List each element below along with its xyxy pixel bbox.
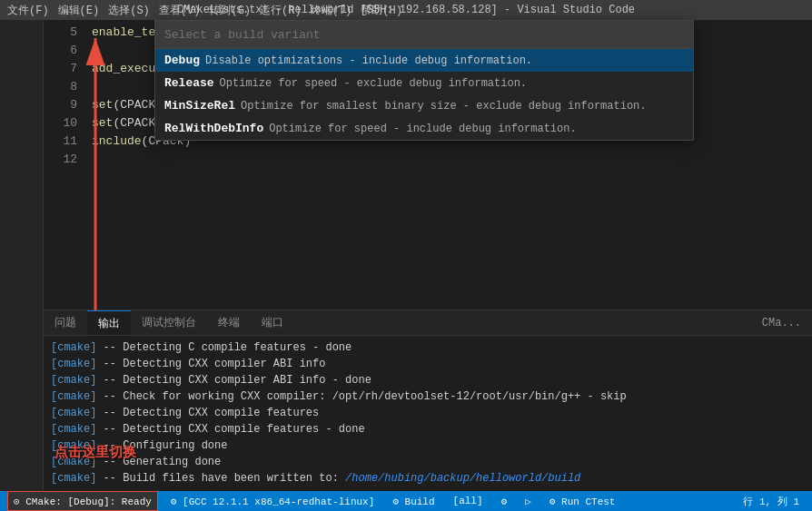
status-run-label: ▷ — [525, 496, 531, 507]
panel-tab-output[interactable]: 输出 — [87, 310, 131, 335]
variant-desc: Disable optimizations - include debug in… — [205, 54, 532, 67]
status-cmake[interactable]: ⊙ CMake: [Debug]: Ready — [7, 491, 158, 511]
dropdown-search-input[interactable] — [164, 28, 684, 42]
panel-tab-problems[interactable]: 问题 — [44, 310, 87, 335]
line-number: 8 — [44, 78, 77, 96]
status-line-col[interactable]: 行 1, 列 1 — [738, 495, 805, 508]
output-line: [cmake] -- Detecting CXX compiler ABI in… — [51, 356, 805, 372]
menu-view[interactable]: 查看(V) — [159, 3, 201, 18]
panel-tab-terminal[interactable]: 终端 — [207, 310, 251, 335]
menu-edit[interactable]: 编辑(E) — [58, 3, 100, 18]
left-sidebar — [0, 20, 44, 491]
dropdown-item-release[interactable]: ReleaseOptimize for speed - exclude debu… — [155, 72, 693, 94]
panel: 问题 输出 调试控制台 终端 端口 CMa... [cmake] -- Dete… — [44, 310, 812, 491]
output-line: [cmake] -- Check for working CXX compile… — [51, 388, 805, 405]
menu-terminal[interactable]: 终端(T) — [311, 3, 352, 18]
line-number: 7 — [44, 60, 77, 78]
output-line: [cmake] -- Build files have been written… — [51, 470, 805, 486]
menu-run[interactable]: 运行(R) — [260, 3, 302, 18]
variant-name: Release — [164, 76, 214, 90]
status-bar: ⊙ CMake: [Debug]: Ready ⚙ [GCC 12.1.1 x8… — [0, 491, 812, 511]
status-run-ctest-label: ⚙ Run CTest — [550, 496, 616, 507]
dropdown-search-bar[interactable] — [155, 21, 693, 49]
line-number: 5 — [44, 24, 77, 42]
dropdown-items-list[interactable]: DebugDisable optimizations - include deb… — [155, 49, 693, 140]
dropdown-item-minsizerel[interactable]: MinSizeRelOptimize for smallest binary s… — [155, 94, 693, 117]
status-cmake-label: ⊙ CMake: [Debug]: Ready — [14, 496, 152, 507]
output-line: [cmake] -- Generating done — [51, 454, 805, 470]
panel-tabs[interactable]: 问题 输出 调试控制台 终端 端口 CMa... — [44, 310, 812, 336]
menu-file[interactable]: 文件(F) — [7, 3, 49, 18]
line-number: 10 — [44, 114, 77, 133]
status-run[interactable]: ▷ — [520, 491, 537, 511]
panel-right-label[interactable]: CMa... — [751, 310, 812, 335]
status-all-label: [all] — [453, 496, 483, 506]
line-number: 11 — [44, 133, 77, 151]
panel-output-content: [cmake] -- Detecting C compile features … — [44, 336, 812, 491]
code-line — [92, 151, 805, 169]
status-settings-icon[interactable]: ⚙ — [496, 491, 513, 511]
status-all[interactable]: [all] — [448, 491, 489, 511]
variant-name: MinSizeRel — [164, 99, 235, 113]
menu-select[interactable]: 选择(S) — [108, 3, 150, 18]
output-line: [cmake] -- Detecting C compile features … — [51, 339, 805, 356]
output-line: [cmake] -- Detecting CXX compiler ABI in… — [51, 372, 805, 388]
dropdown-item-debug[interactable]: DebugDisable optimizations - include deb… — [155, 49, 693, 72]
line-number: 9 — [44, 96, 77, 114]
variant-desc: Optimize for smallest binary size - excl… — [241, 100, 646, 113]
status-run-ctest[interactable]: ⚙ Run CTest — [544, 491, 621, 511]
status-gcc[interactable]: ⚙ [GCC 12.1.1 x86_64-redhat-linux] — [165, 491, 380, 511]
output-line: [cmake] -- Detecting CXX compile feature… — [51, 421, 805, 437]
line-numbers: 56789101112 — [44, 20, 84, 310]
panel-tab-debug[interactable]: 调试控制台 — [131, 310, 207, 335]
menu-goto[interactable]: 转到(G) — [209, 3, 251, 18]
annotation-text: 点击这里切换 — [54, 444, 136, 461]
output-line: [cmake] -- Detecting CXX compile feature… — [51, 405, 805, 421]
output-line: [cmake] -- Configuring done — [51, 437, 805, 454]
status-right: 行 1, 列 1 — [738, 495, 805, 508]
menu-bar[interactable]: 文件(F) 编辑(E) 选择(S) 查看(V) 转到(G) 运行(R) 终端(T… — [7, 3, 402, 18]
variant-desc: Optimize for speed - exclude debug infor… — [220, 77, 527, 90]
status-build[interactable]: ⚙ Build — [387, 491, 440, 511]
panel-tab-ports[interactable]: 端口 — [251, 310, 294, 335]
line-number: 6 — [44, 42, 77, 60]
dropdown-item-relwithdebinfo[interactable]: RelWithDebInfoOptimize for speed - inclu… — [155, 117, 693, 140]
variant-name: RelWithDebInfo — [164, 122, 263, 135]
status-build-label: ⚙ Build — [392, 496, 434, 507]
status-gcc-label: ⚙ [GCC 12.1.1 x86_64-redhat-linux] — [171, 496, 374, 507]
variant-name: Debug — [164, 54, 200, 67]
top-bar: 文件(F) 编辑(E) 选择(S) 查看(V) 转到(G) 运行(R) 终端(T… — [0, 0, 812, 20]
build-variant-dropdown[interactable]: DebugDisable optimizations - include deb… — [154, 20, 694, 141]
line-number: 12 — [44, 151, 77, 169]
variant-desc: Optimize for speed - include debug infor… — [269, 123, 576, 135]
menu-help[interactable]: 帮助(H) — [361, 3, 402, 18]
status-line-col-label: 行 1, 列 1 — [743, 495, 799, 508]
